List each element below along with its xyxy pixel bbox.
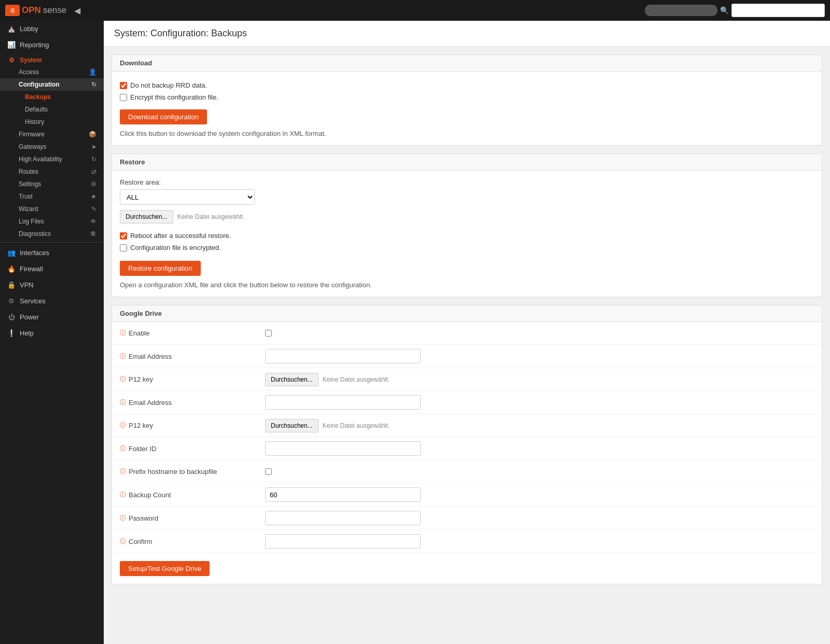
gd-folder-input[interactable]: [265, 441, 421, 456]
sidebar-item-access[interactable]: Access 👤: [0, 66, 104, 78]
sidebar-label-log-files: Log Files: [19, 218, 44, 225]
power-icon: ⏻: [7, 313, 16, 321]
restore-browse-button[interactable]: Durchsuchen...: [120, 210, 173, 223]
gd-password-input[interactable]: [265, 511, 421, 525]
download-config-button[interactable]: Download configuration: [120, 109, 207, 124]
gd-prefix-info-icon: ⓘ: [120, 467, 126, 476]
gd-p12-browse-button[interactable]: Durchsuchen...: [265, 373, 319, 386]
google-drive-header: Google Drive: [112, 305, 822, 322]
sidebar-item-log-files[interactable]: Log Files 👁: [0, 215, 104, 228]
logo: ☰ OPNsense: [5, 5, 66, 16]
sidebar-item-services[interactable]: ⚙ Services: [0, 293, 104, 309]
gd-setup-test-button[interactable]: Setup/Test Google Drive: [120, 561, 210, 576]
gd-confirm-label: ⓘ Confirm: [120, 537, 265, 546]
gd-p12-2-no-file: Keine Datei ausgewählt.: [323, 422, 390, 429]
logo-opn: OPN: [22, 5, 41, 16]
gd-password-label: ⓘ Password: [120, 514, 265, 523]
gd-email2-label: ⓘ Email Address: [120, 398, 265, 407]
sidebar-item-history[interactable]: History: [0, 116, 104, 128]
lobby-icon: ⛪: [7, 25, 16, 33]
gd-email-row: ⓘ Email Address: [112, 345, 822, 368]
configuration-icon: ↻: [91, 81, 96, 88]
gd-email2-input[interactable]: [265, 395, 421, 410]
gd-backup-count-row: ⓘ Backup Count: [112, 483, 822, 507]
wizard-icon: ✎: [91, 205, 96, 213]
restore-no-file-label: Keine Datei ausgewählt.: [177, 213, 244, 220]
sidebar-label-interfaces: Interfaces: [20, 249, 49, 257]
sidebar-item-reporting[interactable]: 📊 Reporting: [0, 37, 104, 53]
sidebar-item-trust[interactable]: Trust ★: [0, 190, 104, 203]
help-icon: ❕: [7, 329, 16, 337]
sidebar-item-lobby[interactable]: ⛪ Lobby: [0, 21, 104, 37]
gd-password-control: [265, 511, 814, 525]
sidebar-item-defaults[interactable]: Defaults: [0, 103, 104, 116]
restore-description: Open a configuration XML file and click …: [120, 281, 814, 289]
google-drive-section: Google Drive ⓘ Enable ⓘ Email Address: [112, 305, 822, 584]
gd-backup-count-input[interactable]: [265, 487, 421, 502]
sidebar-label-backups: Backups: [25, 93, 51, 101]
gd-p12-2-label: ⓘ P12 key: [120, 421, 265, 430]
gd-prefix-control: [265, 468, 814, 475]
sidebar-item-configuration[interactable]: Configuration ↻: [0, 78, 104, 91]
no-backup-rrd-checkbox[interactable]: [120, 82, 127, 89]
sidebar-item-wizard[interactable]: Wizard ✎: [0, 203, 104, 215]
gd-prefix-label: ⓘ Prefix hostname to backupfile: [120, 467, 265, 476]
gd-p12-info-icon: ⓘ: [120, 375, 126, 384]
sidebar-item-power[interactable]: ⏻ Power: [0, 309, 104, 325]
sidebar-item-routes[interactable]: Routes ⇄: [0, 165, 104, 178]
sidebar-toggle[interactable]: ◀: [74, 6, 80, 16]
gd-email2-info-icon: ⓘ: [120, 398, 126, 407]
logo-sense: sense: [43, 5, 66, 16]
gd-p12-no-file: Keine Datei ausgewählt.: [323, 376, 390, 383]
config-encrypted-checkbox[interactable]: [120, 244, 127, 251]
gd-password-row: ⓘ Password: [112, 507, 822, 530]
sidebar-item-backups[interactable]: Backups: [0, 91, 104, 103]
gd-p12-2-info-icon: ⓘ: [120, 421, 126, 430]
gd-confirm-control: [265, 534, 814, 549]
gateways-icon: ➤: [91, 143, 96, 150]
sidebar-item-high-availability[interactable]: High Availability ↻: [0, 153, 104, 165]
diagnostics-icon: 🛠: [90, 230, 96, 237]
sidebar-item-interfaces[interactable]: 👥 Interfaces: [0, 245, 104, 261]
sidebar-item-firewall[interactable]: 🔥 Firewall: [0, 261, 104, 277]
reporting-icon: 📊: [7, 41, 16, 49]
gd-prefix-checkbox[interactable]: [265, 468, 272, 475]
restore-area-select[interactable]: ALL System Interfaces Firewall VPN Servi…: [120, 189, 255, 205]
sidebar-item-gateways[interactable]: Gateways ➤: [0, 141, 104, 153]
sidebar-item-help[interactable]: ❕ Help: [0, 325, 104, 341]
download-section-body: Do not backup RRD data. Encrypt this con…: [112, 72, 822, 145]
settings-icon: ⚙: [91, 180, 96, 188]
sidebar-label-lobby: Lobby: [20, 25, 38, 33]
sidebar-item-settings[interactable]: Settings ⚙: [0, 178, 104, 190]
gd-confirm-info-icon: ⓘ: [120, 537, 126, 546]
gd-email-input[interactable]: [265, 349, 421, 363]
sidebar-label-settings: Settings: [19, 180, 41, 188]
sidebar-item-firmware[interactable]: Firmware 📦: [0, 128, 104, 141]
sidebar-item-diagnostics[interactable]: Diagnostics 🛠: [0, 228, 104, 240]
no-backup-rrd-row: Do not backup RRD data.: [120, 79, 814, 91]
restore-area-label: Restore area:: [120, 178, 814, 186]
svg-text:☰: ☰: [10, 8, 15, 13]
gd-confirm-row: ⓘ Confirm: [112, 530, 822, 553]
main-content: System: Configuration: Backups Download …: [104, 21, 830, 644]
sidebar-label-system: System: [20, 57, 42, 64]
gd-confirm-input[interactable]: [265, 534, 421, 549]
sidebar-label-history: History: [25, 118, 44, 125]
restore-config-button[interactable]: Restore configuration: [120, 261, 201, 276]
reboot-checkbox[interactable]: [120, 232, 127, 240]
search-input[interactable]: [731, 4, 825, 17]
encrypt-checkbox[interactable]: [120, 94, 127, 101]
sidebar-label-routes: Routes: [19, 168, 38, 175]
search-bar-decoration: [645, 5, 717, 16]
sidebar-label-firmware: Firmware: [19, 131, 45, 138]
gd-p12-2-browse-button[interactable]: Durchsuchen...: [265, 419, 319, 432]
gd-enable-label: ⓘ Enable: [120, 329, 265, 338]
ha-icon: ↻: [91, 156, 96, 163]
sidebar-section-system[interactable]: ⚙ System: [0, 53, 104, 66]
sidebar-label-access: Access: [19, 68, 39, 76]
trust-icon: ★: [91, 193, 96, 200]
sidebar-label-configuration: Configuration: [19, 81, 60, 88]
encrypt-label: Encrypt this configuration file.: [130, 93, 218, 101]
sidebar-item-vpn[interactable]: 🔒 VPN: [0, 277, 104, 293]
gd-enable-checkbox[interactable]: [265, 330, 272, 337]
